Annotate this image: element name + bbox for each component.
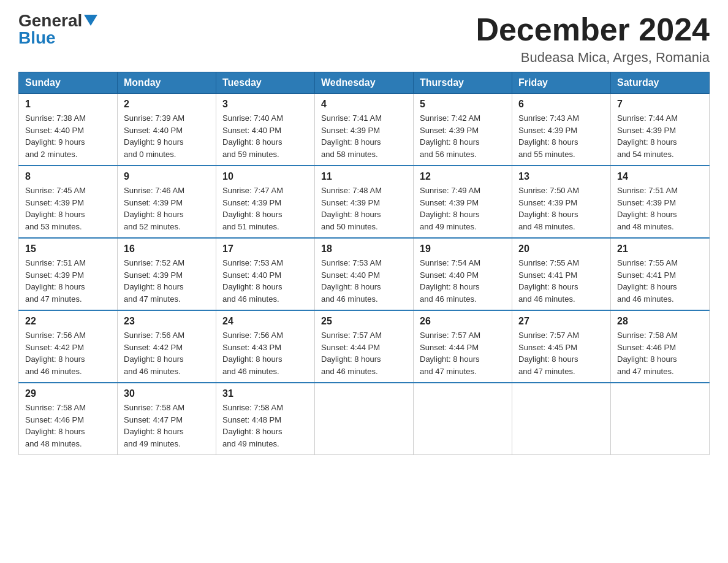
weekday-header-thursday: Thursday: [414, 72, 512, 94]
day-number: 28: [617, 316, 703, 327]
calendar-day-cell: 18Sunrise: 7:53 AMSunset: 4:40 PMDayligh…: [315, 238, 414, 310]
calendar-day-cell: 31Sunrise: 7:58 AMSunset: 4:48 PMDayligh…: [216, 383, 315, 455]
day-info-line: Sunrise: 7:55 AM: [617, 257, 703, 269]
day-info-line: Sunrise: 7:58 AM: [617, 329, 703, 342]
day-info-line: Sunrise: 7:47 AM: [222, 185, 308, 197]
day-info-line: Sunset: 4:48 PM: [222, 414, 308, 426]
calendar-week-row: 22Sunrise: 7:56 AMSunset: 4:42 PMDayligh…: [19, 310, 710, 383]
calendar-day-cell: 22Sunrise: 7:56 AMSunset: 4:42 PMDayligh…: [19, 310, 118, 383]
calendar-day-cell: 2Sunrise: 7:39 AMSunset: 4:40 PMDaylight…: [118, 94, 216, 166]
day-info: Sunrise: 7:38 AMSunset: 4:40 PMDaylight:…: [25, 112, 111, 160]
day-info-line: and 59 minutes.: [222, 148, 308, 161]
day-info-line: Sunrise: 7:53 AM: [222, 257, 308, 269]
calendar-day-cell: [512, 383, 611, 455]
day-info-line: and 49 minutes.: [420, 221, 506, 233]
day-info-line: Daylight: 9 hours: [25, 136, 111, 148]
day-info-line: Sunset: 4:39 PM: [25, 197, 111, 209]
day-number: 13: [518, 171, 604, 182]
day-info-line: Sunset: 4:39 PM: [420, 197, 506, 209]
day-info-line: Daylight: 8 hours: [124, 281, 210, 293]
calendar-day-cell: 29Sunrise: 7:58 AMSunset: 4:46 PMDayligh…: [19, 383, 118, 455]
calendar-day-cell: 19Sunrise: 7:54 AMSunset: 4:40 PMDayligh…: [414, 238, 512, 310]
day-number: 31: [222, 388, 308, 399]
logo-triangle-icon: [84, 15, 97, 26]
day-info-line: Sunrise: 7:58 AM: [124, 402, 210, 414]
day-info-line: Sunset: 4:42 PM: [25, 342, 111, 354]
day-info-line: Sunset: 4:40 PM: [222, 269, 308, 282]
calendar-day-cell: 15Sunrise: 7:51 AMSunset: 4:39 PMDayligh…: [19, 238, 118, 310]
day-info: Sunrise: 7:58 AMSunset: 4:46 PMDaylight:…: [617, 329, 703, 377]
day-info-line: Sunrise: 7:55 AM: [518, 257, 604, 269]
day-info-line: Sunset: 4:39 PM: [617, 197, 703, 209]
day-info-line: Daylight: 8 hours: [222, 209, 308, 221]
day-info-line: Daylight: 8 hours: [124, 426, 210, 438]
day-number: 27: [518, 316, 604, 327]
day-info-line: and 47 minutes.: [420, 366, 506, 378]
day-info-line: Sunset: 4:39 PM: [518, 124, 604, 137]
day-info-line: Sunset: 4:46 PM: [25, 414, 111, 426]
weekday-header-wednesday: Wednesday: [315, 72, 414, 94]
day-info-line: Sunset: 4:43 PM: [222, 342, 308, 354]
day-info-line: Daylight: 8 hours: [321, 136, 407, 148]
day-info-line: Sunrise: 7:44 AM: [617, 112, 703, 124]
day-info-line: Sunrise: 7:58 AM: [25, 402, 111, 414]
day-info-line: Sunset: 4:40 PM: [321, 269, 407, 282]
day-info: Sunrise: 7:53 AMSunset: 4:40 PMDaylight:…: [222, 257, 308, 305]
calendar-day-cell: 5Sunrise: 7:42 AMSunset: 4:39 PMDaylight…: [414, 94, 512, 166]
day-info-line: Sunrise: 7:52 AM: [124, 257, 210, 269]
day-number: 12: [420, 171, 506, 182]
logo: General Blue: [18, 12, 97, 47]
location-title: Budeasa Mica, Arges, Romania: [476, 50, 710, 66]
calendar-day-cell: 14Sunrise: 7:51 AMSunset: 4:39 PMDayligh…: [611, 166, 710, 238]
day-info-line: and 58 minutes.: [321, 148, 407, 161]
day-info-line: Daylight: 8 hours: [25, 426, 111, 438]
day-info: Sunrise: 7:39 AMSunset: 4:40 PMDaylight:…: [124, 112, 210, 160]
day-info: Sunrise: 7:44 AMSunset: 4:39 PMDaylight:…: [617, 112, 703, 160]
day-number: 6: [518, 99, 604, 110]
day-info-line: and 50 minutes.: [321, 221, 407, 233]
day-info-line: and 46 minutes.: [222, 366, 308, 378]
calendar-day-cell: 7Sunrise: 7:44 AMSunset: 4:39 PMDaylight…: [611, 94, 710, 166]
calendar-day-cell: 28Sunrise: 7:58 AMSunset: 4:46 PMDayligh…: [611, 310, 710, 383]
day-info: Sunrise: 7:55 AMSunset: 4:41 PMDaylight:…: [617, 257, 703, 305]
calendar-day-cell: 6Sunrise: 7:43 AMSunset: 4:39 PMDaylight…: [512, 94, 611, 166]
day-info: Sunrise: 7:52 AMSunset: 4:39 PMDaylight:…: [124, 257, 210, 305]
day-info-line: Sunset: 4:40 PM: [420, 269, 506, 282]
day-info-line: Sunset: 4:39 PM: [124, 197, 210, 209]
day-info: Sunrise: 7:48 AMSunset: 4:39 PMDaylight:…: [321, 185, 407, 232]
day-number: 1: [25, 99, 111, 110]
day-info-line: Daylight: 8 hours: [518, 353, 604, 366]
day-info-line: Daylight: 8 hours: [222, 426, 308, 438]
calendar-day-cell: 4Sunrise: 7:41 AMSunset: 4:39 PMDaylight…: [315, 94, 414, 166]
day-info-line: Daylight: 8 hours: [25, 353, 111, 366]
day-info-line: Sunrise: 7:49 AM: [420, 185, 506, 197]
day-number: 22: [25, 316, 111, 327]
day-info-line: and 49 minutes.: [222, 438, 308, 450]
calendar-day-cell: 3Sunrise: 7:40 AMSunset: 4:40 PMDaylight…: [216, 94, 315, 166]
day-info-line: Sunrise: 7:43 AM: [518, 112, 604, 124]
day-info-line: and 2 minutes.: [25, 148, 111, 161]
day-info: Sunrise: 7:56 AMSunset: 4:42 PMDaylight:…: [124, 329, 210, 377]
calendar-day-cell: [611, 383, 710, 455]
day-info-line: Daylight: 8 hours: [321, 209, 407, 221]
day-info-line: and 46 minutes.: [321, 293, 407, 305]
title-section: December 2024 Budeasa Mica, Arges, Roman…: [476, 12, 710, 66]
weekday-header-row: SundayMondayTuesdayWednesdayThursdayFrid…: [19, 72, 710, 94]
day-number: 19: [420, 243, 506, 255]
calendar-day-cell: 8Sunrise: 7:45 AMSunset: 4:39 PMDaylight…: [19, 166, 118, 238]
calendar-week-row: 1Sunrise: 7:38 AMSunset: 4:40 PMDaylight…: [19, 94, 710, 166]
day-number: 2: [124, 99, 210, 110]
calendar-day-cell: 1Sunrise: 7:38 AMSunset: 4:40 PMDaylight…: [19, 94, 118, 166]
logo-general: General: [18, 12, 82, 29]
day-info-line: Daylight: 8 hours: [617, 209, 703, 221]
day-info-line: Sunset: 4:39 PM: [25, 269, 111, 282]
day-info-line: Sunset: 4:39 PM: [124, 269, 210, 282]
calendar-day-cell: 21Sunrise: 7:55 AMSunset: 4:41 PMDayligh…: [611, 238, 710, 310]
day-info: Sunrise: 7:40 AMSunset: 4:40 PMDaylight:…: [222, 112, 308, 160]
day-info: Sunrise: 7:57 AMSunset: 4:45 PMDaylight:…: [518, 329, 604, 377]
day-info-line: and 48 minutes.: [25, 438, 111, 450]
day-info-line: Sunrise: 7:56 AM: [222, 329, 308, 342]
day-info-line: Sunrise: 7:48 AM: [321, 185, 407, 197]
day-info: Sunrise: 7:57 AMSunset: 4:44 PMDaylight:…: [321, 329, 407, 377]
calendar-table: SundayMondayTuesdayWednesdayThursdayFrid…: [18, 72, 710, 455]
